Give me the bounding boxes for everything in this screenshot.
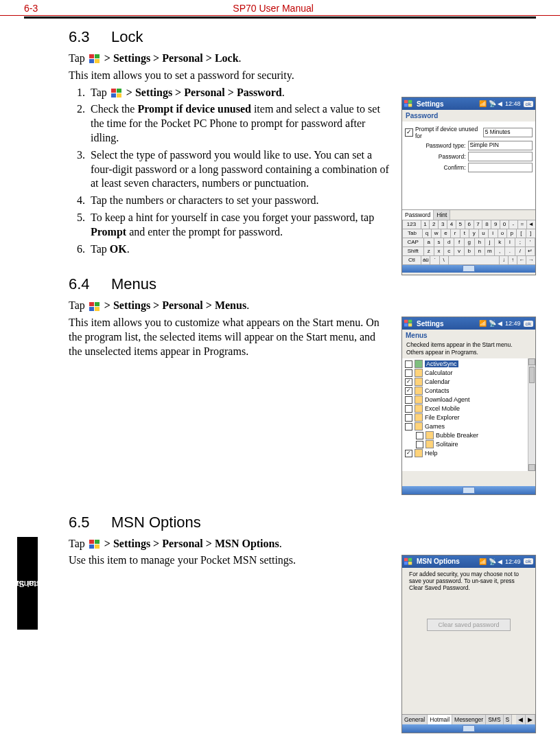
list-item[interactable]: Solitaire — [405, 440, 527, 449]
kbd-key[interactable]: áü — [421, 255, 430, 265]
kbd-key[interactable]: 8 — [482, 220, 491, 229]
kbd-key[interactable]: Tab — [402, 229, 423, 238]
list-item[interactable]: File Explorer — [405, 413, 527, 422]
kbd-key[interactable]: CAP — [402, 238, 424, 247]
list-item[interactable]: ActiveSync — [405, 360, 527, 369]
kbd-key[interactable]: \ — [439, 255, 449, 265]
kbd-key[interactable]: e — [441, 229, 451, 238]
kbd-key[interactable]: Shift — [402, 246, 424, 256]
tab-s[interactable]: S — [504, 715, 513, 724]
list-item[interactable]: Games — [405, 422, 527, 431]
kbd-key[interactable]: a — [423, 238, 434, 247]
kbd-key[interactable]: ↓ — [499, 255, 509, 265]
kbd-key[interactable]: ; — [515, 238, 526, 247]
onscreen-keyboard[interactable]: 1231234567890-=◄ Tabqwertyuiop[] CAPasdf… — [402, 220, 535, 264]
kbd-key[interactable]: 123 — [402, 220, 421, 229]
list-item[interactable]: Calculator — [405, 369, 527, 378]
list-item[interactable]: ✓Contacts — [405, 387, 527, 395]
ok-button[interactable]: ok — [524, 558, 533, 564]
kbd-key[interactable]: b — [464, 246, 475, 256]
checkbox[interactable]: ✓ — [405, 387, 412, 395]
kbd-key[interactable]: r — [450, 229, 460, 238]
kbd-key[interactable]: v — [454, 246, 465, 256]
list-item[interactable]: Download Agent — [405, 395, 527, 404]
kbd-key[interactable] — [448, 255, 500, 265]
kbd-key[interactable]: Ctl — [402, 255, 422, 265]
kbd-key[interactable]: i — [488, 229, 498, 238]
checkbox[interactable] — [416, 432, 423, 439]
kbd-key[interactable]: - — [509, 220, 518, 229]
kbd-key[interactable]: x — [434, 246, 445, 256]
checkbox[interactable] — [416, 441, 423, 448]
kbd-key[interactable]: q — [422, 229, 432, 238]
kbd-key[interactable]: ← — [517, 255, 526, 265]
tab-password[interactable]: Password — [402, 210, 434, 220]
kbd-key[interactable]: g — [464, 238, 475, 247]
clear-password-button[interactable]: Clear saved password — [427, 619, 511, 631]
tab-general[interactable]: General — [402, 715, 428, 724]
kbd-key[interactable]: n — [474, 246, 485, 256]
kbd-key[interactable]: → — [526, 255, 535, 265]
kbd-key[interactable]: j — [485, 238, 495, 247]
checkbox[interactable] — [405, 369, 412, 377]
checkbox[interactable] — [405, 396, 412, 404]
kbd-key[interactable]: 4 — [447, 220, 456, 229]
kbd-key[interactable]: ' — [525, 238, 536, 247]
tab-scroll-right[interactable]: ▶ — [526, 715, 535, 724]
kbd-key[interactable]: l — [504, 238, 515, 247]
checkbox[interactable] — [405, 414, 412, 422]
kbd-key[interactable]: 2 — [429, 220, 439, 229]
checkbox[interactable] — [405, 423, 412, 431]
kbd-key[interactable]: ◄ — [526, 220, 536, 229]
kbd-key[interactable]: 0 — [500, 220, 509, 229]
kbd-key[interactable]: p — [506, 229, 517, 238]
kbd-key[interactable]: ] — [526, 229, 536, 238]
kbd-key[interactable]: 9 — [491, 220, 500, 229]
kbd-key[interactable]: m — [485, 246, 495, 256]
kbd-key[interactable]: h — [474, 238, 485, 247]
kbd-key[interactable]: y — [469, 229, 479, 238]
kbd-key[interactable]: , — [494, 246, 505, 256]
kbd-key[interactable]: t — [460, 229, 470, 238]
ok-button[interactable]: ok — [524, 321, 533, 327]
tab-messenger[interactable]: Messenger — [452, 715, 486, 724]
kbd-key[interactable]: 1 — [421, 220, 430, 229]
keyboard-icon[interactable] — [463, 487, 475, 494]
kbd-key[interactable]: k — [494, 238, 505, 247]
kbd-key[interactable]: = — [517, 220, 527, 229]
kbd-key[interactable]: 3 — [438, 220, 447, 229]
checkbox[interactable]: ✓ — [405, 378, 412, 386]
kbd-key[interactable]: s — [434, 238, 445, 247]
kbd-key[interactable]: 7 — [474, 220, 483, 229]
kbd-key[interactable]: . — [504, 246, 515, 256]
pwdtype-select[interactable]: Simple PIN — [468, 141, 533, 150]
kbd-key[interactable]: o — [498, 229, 508, 238]
list-item[interactable]: ✓Help — [405, 449, 527, 458]
keyboard-icon[interactable] — [463, 265, 475, 272]
kbd-key[interactable]: z — [423, 246, 434, 256]
checkbox[interactable]: ✓ — [405, 450, 412, 457]
kbd-key[interactable]: / — [515, 246, 526, 256]
kbd-key[interactable]: d — [443, 238, 454, 247]
kbd-key[interactable]: f — [454, 238, 465, 247]
list-item[interactable]: ✓Calendar — [405, 378, 527, 387]
kbd-key[interactable]: 5 — [456, 220, 465, 229]
list-item[interactable]: Bubble Breaker — [405, 431, 527, 440]
tab-sms[interactable]: SMS — [486, 715, 503, 724]
kbd-key[interactable]: ` — [430, 255, 439, 265]
tab-hotmail[interactable]: Hotmail — [428, 715, 452, 724]
prompt-checkbox[interactable]: ✓ — [405, 128, 413, 137]
confirm-input[interactable] — [468, 163, 533, 172]
password-input[interactable] — [468, 152, 533, 161]
scrollbar[interactable] — [528, 358, 535, 471]
keyboard-icon[interactable] — [463, 725, 475, 732]
kbd-key[interactable]: c — [443, 246, 454, 256]
prompt-duration-select[interactable]: 5 Minutes — [483, 128, 533, 137]
tab-scroll-left[interactable]: ◀ — [516, 715, 526, 724]
kbd-key[interactable]: [ — [516, 229, 526, 238]
kbd-key[interactable]: 6 — [465, 220, 474, 229]
kbd-key[interactable]: u — [478, 229, 489, 238]
tab-hint[interactable]: Hint — [434, 210, 450, 220]
checkbox[interactable] — [405, 360, 412, 368]
list-item[interactable]: Excel Mobile — [405, 404, 527, 413]
